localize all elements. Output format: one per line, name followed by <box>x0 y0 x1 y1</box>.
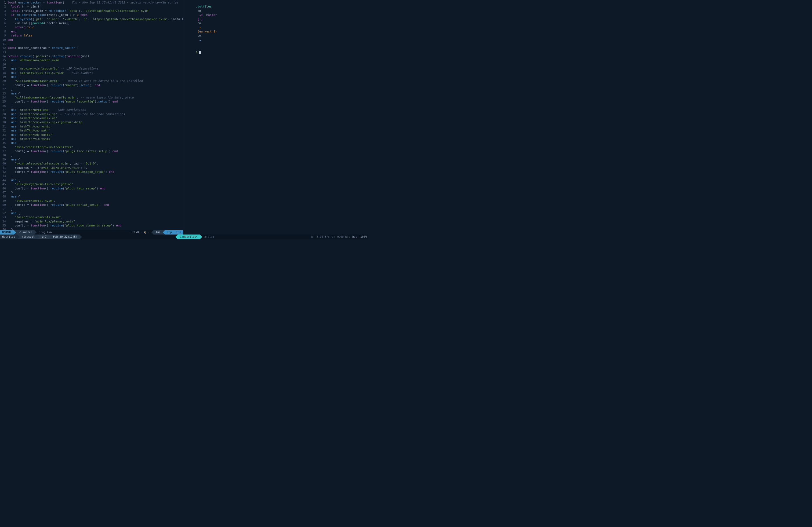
code-content[interactable]: config = function() require('plugs.aeria… <box>8 203 183 207</box>
code-content[interactable]: local packer_bootstrap = ensure_packer() <box>8 46 183 50</box>
code-line[interactable]: 25 config = function() require("mason-ls… <box>0 100 183 104</box>
code-line[interactable]: 51 } <box>0 207 183 211</box>
code-content[interactable]: 'nvim-telescope/telescope.nvim', tag = '… <box>8 162 183 166</box>
code-line[interactable]: 18 use 'simrat39/rust-tools.nvim' -- Rus… <box>0 71 183 75</box>
code-line[interactable]: 27 use 'hrsh7th/nvim-cmp' -- code comple… <box>0 108 183 112</box>
code-line[interactable]: 32 use 'hrsh7th/cmp-path' <box>0 129 183 133</box>
code-content[interactable]: 'alexghergh/nvim-tmux-navigation', <box>8 182 183 186</box>
code-line[interactable]: 6 vim.cmd [[packadd packer.nvim]] <box>0 21 183 25</box>
code-line[interactable]: 13 <box>0 50 183 54</box>
code-line[interactable]: 38 } <box>0 153 183 157</box>
code-line[interactable]: 42 config = function() require('plugs.te… <box>0 170 183 174</box>
code-content[interactable]: use { <box>8 141 183 145</box>
code-line[interactable]: 46 config = function() require('plugs.tm… <box>0 186 183 191</box>
code-line[interactable]: 44 use { <box>0 178 183 182</box>
code-content[interactable]: use 'hrsh7th/cmp-vsnip' <box>8 124 183 129</box>
code-content[interactable]: use 'neovim/nvim-lspconfig' -- LSP Confi… <box>8 66 183 71</box>
code-line[interactable]: 26 } <box>0 104 183 108</box>
code-line[interactable]: 49 'stevearc/aerial.nvim', <box>0 199 183 203</box>
code-content[interactable]: use 'hrsh7th/cmp-nvim-lua' <box>8 116 183 120</box>
code-line[interactable]: 4 if fn.empty(fn.glob(install_path)) > 0… <box>0 13 183 17</box>
code-line[interactable]: 21 config = function() require("mason").… <box>0 83 183 87</box>
code-line[interactable]: 45 'alexghergh/nvim-tmux-navigation', <box>0 182 183 186</box>
code-line[interactable]: 1local ensure_packer = function() You • … <box>0 1 183 4</box>
code-content[interactable]: return false <box>8 33 183 37</box>
code-line[interactable]: 16 | <box>0 62 183 66</box>
code-content[interactable]: use { <box>8 211 183 215</box>
code-content[interactable]: 'williamboman/mason.nvim', -- mason is u… <box>8 79 183 83</box>
tmux-window-active[interactable]: 1:dotfiles* <box>178 235 200 239</box>
code-line[interactable]: 48 use { <box>0 195 183 199</box>
code-line[interactable]: 7 return true <box>0 25 183 29</box>
code-content[interactable] <box>8 50 183 54</box>
code-content[interactable]: fn.system({'git', 'clone', '--depth', '1… <box>8 17 183 21</box>
code-content[interactable]: 'nvim-treesitter/nvim-treesitter', <box>8 145 183 149</box>
code-content[interactable]: } <box>8 207 183 211</box>
code-content[interactable]: use 'wbthomason/packer.nvim' <box>8 58 183 62</box>
code-line[interactable]: 3 local install_path = fn.stdpath('data'… <box>0 9 183 13</box>
code-content[interactable]: requires = "nvim-lua/plenary.nvim", <box>8 220 183 224</box>
code-content[interactable]: } <box>8 228 183 230</box>
code-line[interactable]: 34 use 'hrsh7th/vim-vsnip' <box>0 137 183 141</box>
code-content[interactable]: config = function() require('plugs.teles… <box>8 170 183 174</box>
code-line[interactable]: 29 use 'hrsh7th/cmp-nvim-lua' <box>0 116 183 120</box>
code-content[interactable]: return true <box>8 25 183 29</box>
code-content[interactable]: } <box>8 104 183 108</box>
code-content[interactable]: } <box>8 191 183 195</box>
code-content[interactable]: use { <box>8 91 183 95</box>
code-content[interactable]: local install_path = fn.stdpath('data').… <box>8 9 183 13</box>
code-line[interactable]: 17 use 'neovim/nvim-lspconfig' -- LSP Co… <box>0 66 183 71</box>
code-content[interactable]: } <box>8 174 183 178</box>
code-line[interactable]: 33 use 'hrsh7th/cmp-buffer' <box>0 133 183 137</box>
code-line[interactable]: 5 fn.system({'git', 'clone', '--depth', … <box>0 17 183 21</box>
code-line[interactable]: 24 'williamboman/mason-lspconfig.nvim', … <box>0 95 183 100</box>
code-line[interactable]: 28 use 'hrsh7th/cmp-nvim-lsp' -- LSP as … <box>0 112 183 116</box>
code-line[interactable]: 11 <box>0 42 183 46</box>
code-content[interactable]: use 'hrsh7th/cmp-buffer' <box>8 133 183 137</box>
tmux-window[interactable]: 2:blog <box>202 235 216 239</box>
code-line[interactable]: 22 } <box>0 87 183 91</box>
code-content[interactable]: use 'hrsh7th/cmp-nvim-lsp-signature-help… <box>8 120 183 124</box>
code-line[interactable]: 52 use { <box>0 211 183 215</box>
code-content[interactable]: use 'hrsh7th/nvim-cmp' -- code completio… <box>8 108 183 112</box>
code-line[interactable]: 47 } <box>0 191 183 195</box>
code-content[interactable]: use { <box>8 75 183 79</box>
code-line[interactable]: 56 } <box>0 228 183 230</box>
code-content[interactable]: requires = { {'nvim-lua/plenary.nvim'} }… <box>8 166 183 170</box>
code-content[interactable]: config = function() require("mason-lspco… <box>8 100 183 104</box>
code-line[interactable]: 31 use 'hrsh7th/cmp-vsnip' <box>0 124 183 129</box>
code-content[interactable]: | <box>8 62 183 66</box>
code-line[interactable]: 10end <box>0 38 183 42</box>
code-content[interactable]: local fn = vim.fn <box>8 4 183 9</box>
code-line[interactable]: 43 } <box>0 174 183 178</box>
code-content[interactable]: if fn.empty(fn.glob(install_path)) > 0 t… <box>8 13 183 17</box>
code-line[interactable]: 9 return false <box>0 33 183 37</box>
code-content[interactable]: use 'hrsh7th/vim-vsnip' <box>8 137 183 141</box>
code-content[interactable]: config = function() require("mason").set… <box>8 83 183 87</box>
code-line[interactable]: 12local packer_bootstrap = ensure_packer… <box>0 46 183 50</box>
code-line[interactable]: 20 'williamboman/mason.nvim', -- mason i… <box>0 79 183 83</box>
code-line[interactable]: 14return require('packer').startup(funct… <box>0 54 183 58</box>
code-content[interactable]: 'williamboman/mason-lspconfig.nvim', -- … <box>8 95 183 100</box>
code-content[interactable]: use { <box>8 157 183 162</box>
code-line[interactable]: 41 requires = { {'nvim-lua/plenary.nvim'… <box>0 166 183 170</box>
code-line[interactable]: 8 end <box>0 30 183 33</box>
code-line[interactable]: 19 use { <box>0 75 183 79</box>
code-content[interactable]: end <box>8 38 183 42</box>
terminal-pane[interactable]: .dotfiles on ⎇ master [↓] on ☁ (eu-west-… <box>183 0 368 235</box>
code-line[interactable]: 50 config = function() require('plugs.ae… <box>0 203 183 207</box>
code-line[interactable]: 35 use { <box>0 141 183 145</box>
code-content[interactable]: config = function() require('plugs.tmux_… <box>8 186 183 191</box>
code-content[interactable]: use { <box>8 178 183 182</box>
code-line[interactable]: 40 'nvim-telescope/telescope.nvim', tag … <box>0 162 183 166</box>
code-content[interactable]: use 'simrat39/rust-tools.nvim' -- Rust S… <box>8 71 183 75</box>
code-content[interactable]: 'stevearc/aerial.nvim', <box>8 199 183 203</box>
code-content[interactable]: use 'hrsh7th/cmp-path' <box>8 129 183 133</box>
code-content[interactable] <box>8 42 183 46</box>
code-content[interactable]: vim.cmd [[packadd packer.nvim]] <box>8 21 183 25</box>
code-content[interactable]: } <box>8 153 183 157</box>
code-content[interactable]: config = function() require('plugs.tree_… <box>8 149 183 153</box>
code-content[interactable]: config = function() require('plugs.todo_… <box>8 224 183 228</box>
code-content[interactable]: local ensure_packer = function() You • M… <box>8 1 183 4</box>
code-line[interactable]: 2 local fn = vim.fn <box>0 4 183 9</box>
